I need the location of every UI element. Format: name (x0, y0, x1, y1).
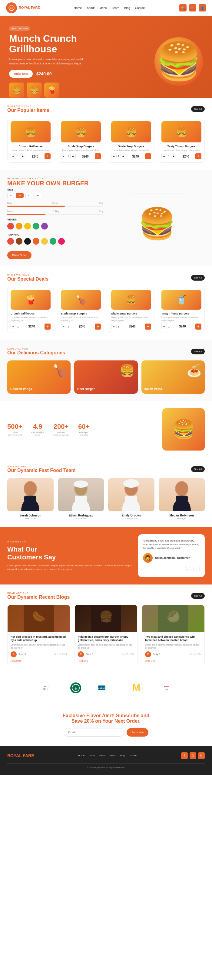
footer-nav-contact[interactable]: Contact (129, 754, 137, 757)
vege-dot-1[interactable] (16, 223, 22, 229)
stat-orders: 500+ Order Daily Delivered (7, 423, 22, 436)
team-member-3: Megan Robinson Manager (159, 478, 205, 520)
testimonial-next-button[interactable]: → (193, 566, 200, 573)
meat-slider[interactable] (7, 214, 103, 215)
vege-dot-4[interactable] (41, 223, 48, 229)
qty-value-2: 1 (118, 155, 119, 158)
topping-dot-4[interactable] (41, 238, 48, 245)
vege-dot-2[interactable] (24, 223, 31, 229)
qty-decrease-3[interactable]: − (161, 154, 167, 159)
blog-desc-1: Lorem ipsum dolor sit amet consectetur a… (78, 643, 134, 649)
nav-home[interactable]: Home (74, 6, 82, 10)
category-chicken[interactable]: 🍗 Chicken Wings (7, 360, 71, 394)
add-to-cart-2[interactable]: + (145, 153, 151, 159)
footer-nav-blog[interactable]: Blog (120, 754, 124, 757)
nav-menu[interactable]: Menu (100, 6, 107, 10)
footer-linkedin-icon[interactable]: in (198, 752, 205, 759)
newsletter-email-input[interactable] (64, 728, 124, 737)
footer-nav-menu[interactable]: Menu (100, 754, 105, 757)
nav-team[interactable]: Team (112, 6, 119, 10)
user-icon[interactable]: 👤 (199, 4, 206, 11)
add-to-cart-1[interactable]: + (95, 153, 101, 159)
footer-nav-team[interactable]: Team (110, 754, 116, 757)
footer-nav-home[interactable]: Home (78, 754, 85, 757)
search-icon[interactable]: 🔍 (179, 4, 186, 11)
topping-dot-1[interactable] (16, 238, 22, 245)
bun-slider[interactable] (7, 205, 103, 207)
stat-orders-label: Order (7, 431, 22, 434)
testimonial-author-name: Sarah Johnson / Customer (155, 556, 190, 559)
add-to-cart-3[interactable]: + (195, 153, 201, 159)
special-deals-see-all-button[interactable]: See All (191, 275, 205, 281)
popular-label: WHAT WE SERVE (7, 105, 49, 108)
qty-decrease-2[interactable]: − (111, 154, 117, 159)
nav-contact[interactable]: Contact (135, 6, 145, 10)
special-deals-section: WHAT WE HAVE Our Special Deals See All 🍟… (0, 266, 212, 340)
blog-read-more-0[interactable]: Read More (11, 660, 21, 662)
newsletter-title: Exclusive Flavor Alert! Subscribe and Sa… (7, 713, 205, 724)
qty-value-3: 1 (168, 155, 170, 158)
footer-twitter-icon[interactable]: 𝕏 (190, 752, 196, 759)
qty-increase-1[interactable]: + (70, 154, 76, 159)
qty-decrease-1[interactable]: − (61, 154, 66, 159)
deal-controls-3: − 1 $240 + (161, 323, 201, 329)
size-m[interactable]: M (16, 193, 24, 198)
topping-dot-5[interactable] (50, 238, 56, 245)
category-chicken-emoji: 🍗 (52, 363, 67, 378)
topping-dot-2[interactable] (24, 238, 31, 245)
stat-orders-number: 500+ (7, 423, 22, 431)
deal-controls-2: − 1 $240 + (111, 323, 151, 329)
topping-dot-6[interactable] (58, 238, 65, 245)
testimonial-prev-button[interactable]: ← (185, 566, 191, 573)
topping-dot-3[interactable] (33, 238, 39, 245)
nav-blog[interactable]: Blog (124, 6, 130, 10)
categories-see-all-button[interactable]: See All (191, 348, 205, 355)
newsletter-subscribe-button[interactable]: Subscribe (127, 728, 148, 737)
place-order-button[interactable]: Place Order (7, 251, 32, 259)
deal-qty-decrease-0[interactable]: − (11, 324, 16, 329)
team-see-all-button[interactable]: See All (191, 466, 205, 472)
hero-burger-emoji: 🍔 (156, 40, 201, 83)
blog-read-more-1[interactable]: Read More (78, 660, 88, 662)
vege-dot-3[interactable] (33, 223, 39, 229)
qty-increase-2[interactable]: + (120, 154, 126, 159)
popular-see-all-button[interactable]: See All (191, 106, 205, 112)
category-pasta[interactable]: 🍝 Italian Pasta (141, 360, 205, 394)
qty-decrease-0[interactable]: − (11, 154, 16, 159)
deal-qty-2: − 1 (111, 324, 119, 329)
add-to-cart-0[interactable]: + (45, 153, 51, 159)
size-s[interactable]: S (7, 193, 14, 198)
meat-slider-fill (7, 214, 45, 215)
own-burger-subtitle: HOW DO YOU LIKE PATTY (7, 177, 205, 180)
footer-facebook-icon[interactable]: f (181, 752, 188, 759)
cart-icon[interactable]: 🛒 (189, 4, 196, 11)
blog-read-more-2[interactable]: Read More (145, 660, 156, 662)
deal-qty-decrease-3[interactable]: − (161, 324, 167, 329)
deal-add-0[interactable]: + (45, 323, 51, 329)
blogs-see-all-button[interactable]: See All (191, 593, 205, 599)
item-desc-3: Lorem ipsum dolor sit amet consectetur (161, 149, 201, 151)
svg-rect-15 (176, 496, 188, 502)
deal-qty-decrease-1[interactable]: − (61, 324, 66, 329)
qty-increase-3[interactable]: + (171, 154, 176, 159)
category-burger[interactable]: 🍔 Beef Burger (74, 360, 138, 394)
bun-max: 1kg (99, 202, 103, 204)
size-xl[interactable]: XL (34, 193, 42, 198)
stat-receipts-label: Receipts (78, 431, 89, 434)
footer-nav-about[interactable]: About (89, 754, 95, 757)
popular-section: WHAT WE SERVE Our Popular Items See All … (0, 98, 212, 170)
nav-about[interactable]: About (87, 6, 95, 10)
topping-dot-0[interactable] (7, 238, 14, 245)
blogs-title: Our Dynamic Recent Blogs (7, 595, 70, 600)
vege-dot-0[interactable] (7, 223, 14, 229)
order-now-button[interactable]: Order Now (9, 70, 33, 78)
size-l[interactable]: L (26, 193, 32, 198)
deal-qty-decrease-2[interactable]: − (111, 324, 117, 329)
meat-label: Meat (7, 210, 13, 213)
testimonial-title: What Our Customers Say (7, 546, 132, 562)
qty-increase-0[interactable]: + (20, 154, 26, 159)
deal-add-1[interactable]: + (95, 323, 101, 329)
deal-add-2[interactable]: + (145, 323, 151, 329)
deal-add-3[interactable]: + (195, 323, 201, 329)
veges-option-group: VEGES (7, 218, 103, 229)
